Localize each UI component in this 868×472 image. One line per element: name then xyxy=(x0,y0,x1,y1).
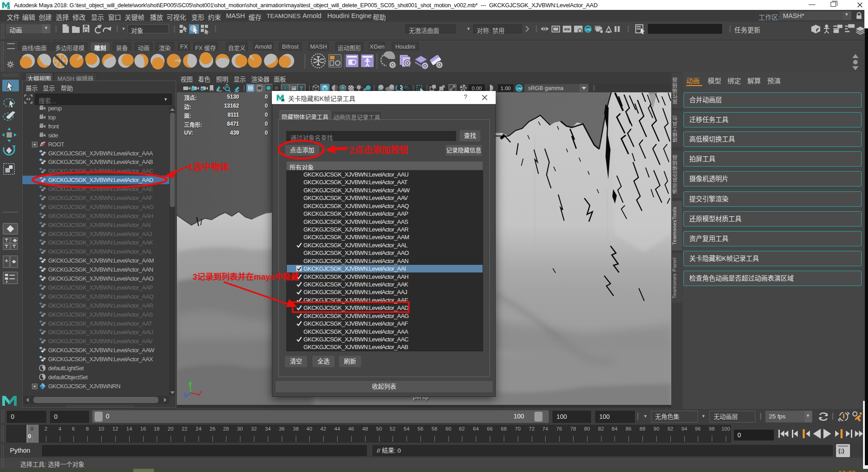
svg-text:sRGB gamma: sRGB gamma xyxy=(528,85,564,91)
svg-text:ON: ON xyxy=(517,87,521,90)
svg-text:0.00: 0.00 xyxy=(472,86,482,91)
svg-text:z: z xyxy=(183,391,186,396)
svg-text:y: y xyxy=(189,381,192,386)
svg-text:x: x xyxy=(199,389,203,395)
svg-text:IPR: IPR xyxy=(564,27,570,32)
svg-text:MAYA: MAYA xyxy=(6,7,10,9)
svg-text:ON: ON xyxy=(586,28,590,31)
svg-text:1.00: 1.00 xyxy=(501,86,511,91)
